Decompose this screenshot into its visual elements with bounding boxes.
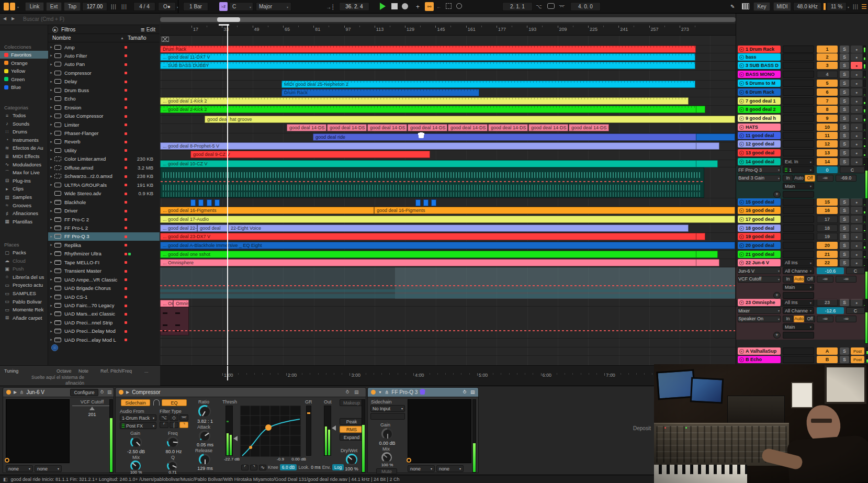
track-solo-button[interactable]: S [840, 216, 849, 223]
arrangement-clip[interactable]: ... good deal 22- [160, 224, 197, 232]
monitor-in[interactable]: In [783, 276, 793, 283]
arrangement-clip[interactable]: Drum Rack [160, 46, 696, 53]
add-automation-lane-button[interactable]: + [773, 191, 781, 198]
arrangement-clip[interactable]: good deal [205, 116, 227, 123]
monitor-auto[interactable]: Auto [794, 175, 804, 182]
filter-lowshelf-button[interactable]: ⌥ [160, 414, 168, 421]
track-io-box[interactable] [783, 123, 814, 131]
monitor-off[interactable]: Off [805, 175, 815, 182]
sidebar-item-a-adir-carpet[interactable]: ⊞Añadir carpet [0, 314, 48, 322]
arrangement-view[interactable]: 1733496581971131291451611771932092252412… [160, 14, 736, 365]
arrangement-clip[interactable] [696, 259, 719, 266]
expand-arrow-icon[interactable]: ▸ [48, 148, 54, 152]
gain-value[interactable]: -2.50 dB [123, 449, 149, 454]
midi-mini-clip[interactable] [207, 199, 212, 206]
arrangement-clip[interactable]: ... Omnisphere [160, 259, 704, 266]
expand-arrow-icon[interactable]: ▸ [48, 45, 54, 49]
ratio-knob[interactable] [198, 405, 211, 418]
track-play-icon[interactable]: ▸ [739, 90, 744, 95]
expand-arrow-icon[interactable]: ▸ [48, 165, 54, 170]
mute-button[interactable]: Mute [376, 468, 397, 474]
track-number-19[interactable]: 19 [817, 233, 838, 240]
eq-toggle[interactable]: EQ [162, 399, 187, 406]
track-play-icon[interactable]: ▸ [739, 81, 744, 86]
expand-arrow-icon[interactable]: ▸ [48, 269, 54, 273]
track-arm-button[interactable]: ● [851, 115, 862, 122]
routing-select-2[interactable]: none▾ [35, 465, 62, 472]
metronome-button[interactable]: O● [158, 2, 176, 11]
draw-mode-icon[interactable]: ✎ [730, 4, 735, 9]
wrench-icon[interactable]: ⋔ [385, 389, 389, 395]
release-knob[interactable] [199, 454, 210, 465]
automation-value-box[interactable]: -10.6 [817, 267, 844, 274]
post-button[interactable]: Post [851, 347, 864, 355]
ratio-value[interactable]: 3.82 : 1 [193, 419, 217, 424]
compressor-curve-graph[interactable] [240, 406, 301, 457]
track-io-box[interactable] [783, 198, 814, 206]
sidebar-item-plug-ins[interactable]: ⊟Plug-Ins [0, 177, 48, 185]
track-arm-button[interactable]: ● [851, 233, 862, 240]
file-row-auto-pan[interactable]: ▸Auto Pan [48, 60, 160, 69]
track-number-6[interactable]: 6 [817, 88, 838, 96]
track-solo-button[interactable]: S [840, 140, 849, 148]
sidebar-item-pablo-bolivar[interactable]: ▭Pablo Bolivar [0, 298, 48, 306]
capture-midi-icon[interactable] [446, 3, 452, 9]
post-button[interactable]: Post [851, 356, 864, 363]
punch-out-icon[interactable]: ⌤ [559, 4, 565, 9]
pan-box[interactable]: C [846, 267, 865, 274]
file-row-uad-cs-1[interactable]: ▸UAD CS-1 [48, 293, 160, 301]
file-row-compressor[interactable]: ▸Compressor [48, 69, 160, 77]
routing-select-1[interactable]: none▾ [408, 465, 435, 472]
track-name-4[interactable]: ▸BASS MONO [738, 71, 781, 78]
file-row-uad-ampe-vr-classic[interactable]: ▸UAD Ampe...VR Classic [48, 275, 160, 284]
key-map-button[interactable]: Key [753, 2, 770, 11]
monitor-in[interactable]: In [783, 316, 793, 322]
track-number-13[interactable]: 13 [817, 149, 838, 156]
file-row-drum-buss[interactable]: ▸Drum Buss [48, 86, 160, 94]
browser-forward-icon[interactable]: ▶ [12, 16, 15, 21]
knee-value[interactable]: 6.0 dB [280, 464, 297, 470]
scale-mode-select[interactable]: Major [256, 2, 291, 11]
follow-icon[interactable]: →┊ [326, 4, 334, 10]
filter-lowpass-button[interactable]: ⌝ [179, 422, 188, 428]
file-row-uad-mars-exi-classic[interactable]: ▸UAD Mars...exi Classic [48, 310, 160, 318]
nudge-down-icon[interactable]: ||| [111, 4, 117, 9]
expand-arrow-icon[interactable]: ▸ [48, 105, 54, 109]
track-number-14[interactable]: 14 [817, 158, 838, 165]
track-arm-button[interactable]: ● [851, 88, 862, 96]
fold-arrow-icon[interactable]: ▼ [378, 390, 382, 394]
expand-arrow-icon[interactable]: ▸ [48, 140, 54, 144]
pan-box[interactable]: C [846, 307, 865, 314]
track-io-box[interactable] [783, 46, 814, 53]
track-play-icon[interactable]: ▾ [739, 160, 744, 164]
rms-mode-button[interactable]: RMS [340, 426, 364, 433]
session-record-icon[interactable] [456, 3, 462, 9]
expand-arrow-icon[interactable]: ▸ [48, 312, 54, 316]
track-arm-button[interactable]: ● [851, 259, 862, 266]
attack-knob[interactable] [199, 430, 210, 442]
computer-midi-keyboard-icon[interactable] [742, 3, 749, 9]
arrangement-clip[interactable]: good deal 14-DS І [569, 124, 609, 131]
monitor-auto[interactable]: Auto [794, 276, 804, 283]
expand-arrow-icon[interactable]: ▸ [48, 260, 54, 264]
gain-box[interactable]: -∞ [836, 316, 856, 322]
arrangement-clip[interactable]: Drum Rack [281, 89, 479, 96]
arrangement-clip[interactable]: hat groove [227, 116, 735, 123]
hotswap-icon[interactable]: ⥁ [100, 389, 104, 395]
track-solo-button[interactable]: S [840, 132, 849, 139]
track-io-box[interactable] [783, 62, 814, 69]
name-column-header[interactable]: Nombre [52, 35, 71, 41]
return-track-name-A[interactable]: ▸A ValhallaSup [738, 347, 781, 355]
expand-arrow-icon[interactable]: ▸ [48, 174, 54, 178]
track-play-icon[interactable]: ▸ [739, 72, 744, 77]
track-io-box[interactable] [783, 53, 814, 61]
save-preset-icon[interactable]: ▤ [354, 389, 359, 395]
track-solo-button[interactable]: S [840, 106, 849, 113]
audio-clip-waveform-body[interactable] [160, 167, 704, 198]
save-preset-icon[interactable]: ▤ [470, 389, 475, 395]
track-name-23[interactable]: ▾23 Omnisphe [738, 299, 781, 306]
track-number-1[interactable]: 1 [817, 46, 838, 53]
sidebar-item-packs[interactable]: ▢Packs [0, 249, 48, 256]
sidebar-item-favoritos[interactable]: Favoritos [0, 51, 48, 59]
track-play-icon[interactable]: ▸ [739, 357, 744, 362]
